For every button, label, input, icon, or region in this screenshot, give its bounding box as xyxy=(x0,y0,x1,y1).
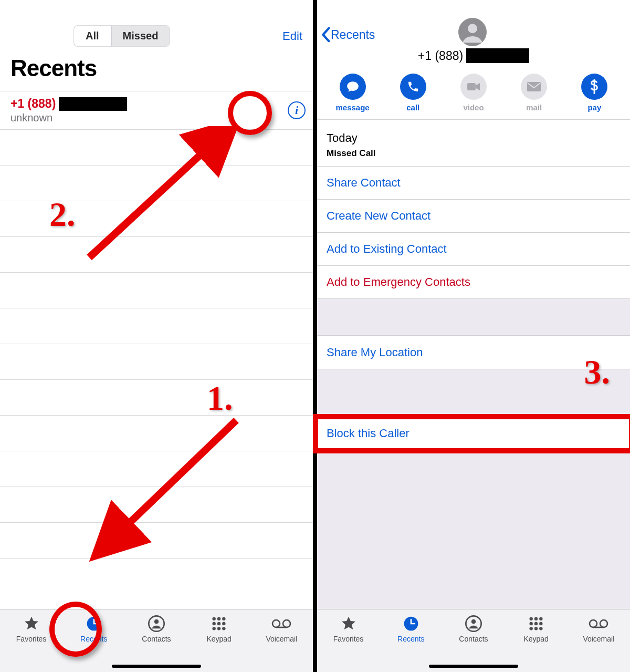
action-label: mail xyxy=(526,103,542,112)
toolbar: All Missed Edit xyxy=(0,0,313,52)
contact-icon xyxy=(465,615,482,633)
page-title: Recents xyxy=(0,52,313,91)
action-pay[interactable]: pay xyxy=(571,74,618,112)
phone-prefix: +1 (888) xyxy=(418,49,463,63)
svg-point-5 xyxy=(213,617,216,620)
svg-point-26 xyxy=(539,617,542,620)
action-message[interactable]: message xyxy=(329,74,376,112)
video-icon xyxy=(460,74,487,100)
tab-voicemail[interactable]: Voicemail xyxy=(572,615,625,643)
svg-point-28 xyxy=(534,622,538,625)
message-icon xyxy=(340,74,366,100)
screenshot-divider xyxy=(313,0,317,672)
action-label: pay xyxy=(587,103,601,112)
tab-label: Voicemail xyxy=(266,635,297,643)
tab-label: Recents xyxy=(397,635,424,643)
contact-actions: message call video mail pay xyxy=(317,70,630,120)
svg-point-18 xyxy=(468,24,477,33)
segment-control: All Missed xyxy=(74,25,170,47)
segment-missed[interactable]: Missed xyxy=(111,26,170,46)
action-call[interactable]: call xyxy=(390,74,437,112)
opt-add-existing-contact[interactable]: Add to Existing Contact xyxy=(317,233,630,266)
edit-button[interactable]: Edit xyxy=(282,29,302,43)
tab-label: Voicemail xyxy=(583,635,614,643)
segment-all[interactable]: All xyxy=(74,26,111,46)
action-label: video xyxy=(463,103,484,112)
phone-icon xyxy=(400,74,426,100)
recent-call-row[interactable]: +1 (888) unknown i xyxy=(0,91,313,130)
opt-add-emergency-contacts[interactable]: Add to Emergency Contacts xyxy=(317,266,630,299)
tab-bar: Favorites Recents Contacts Keypad Voicem… xyxy=(317,609,630,672)
svg-rect-20 xyxy=(527,82,541,91)
tab-recents[interactable]: Recents xyxy=(385,615,437,643)
empty-list xyxy=(0,130,313,559)
recent-call-source: unknown xyxy=(10,112,288,124)
phone-right: Recents +1 (888) message call video xyxy=(317,0,630,672)
action-label: call xyxy=(406,103,419,112)
back-label: Recents xyxy=(331,28,375,42)
today-section: Today Missed Call xyxy=(317,120,630,167)
today-heading: Today xyxy=(317,120,630,148)
tab-contacts[interactable]: Contacts xyxy=(130,615,183,643)
svg-point-14 xyxy=(272,620,280,627)
svg-point-12 xyxy=(217,627,220,630)
svg-point-31 xyxy=(534,627,538,630)
tab-label: Keypad xyxy=(206,635,231,643)
svg-point-6 xyxy=(217,617,220,620)
contact-options-list: Share Contact Create New Contact Add to … xyxy=(317,167,630,299)
tab-label: Favorites xyxy=(16,635,47,643)
back-button[interactable]: Recents xyxy=(321,27,375,42)
tab-recents[interactable]: Recents xyxy=(68,615,120,643)
redacted-number xyxy=(59,97,127,111)
nav-bar: Recents xyxy=(317,0,630,47)
contact-phone-number: +1 (888) xyxy=(317,47,630,70)
phone-left: All Missed Edit Recents +1 (888) unknown… xyxy=(0,0,313,672)
tab-favorites[interactable]: Favorites xyxy=(5,615,58,643)
info-button[interactable]: i xyxy=(288,101,306,119)
svg-point-32 xyxy=(539,627,542,630)
section-gap xyxy=(317,299,630,336)
svg-rect-19 xyxy=(467,83,476,90)
svg-point-27 xyxy=(530,622,533,625)
contact-avatar[interactable] xyxy=(458,18,487,48)
action-video: video xyxy=(450,74,497,112)
star-icon xyxy=(340,615,357,633)
recent-call-text: +1 (888) unknown xyxy=(10,97,288,124)
svg-point-30 xyxy=(530,627,533,630)
tab-label: Recents xyxy=(80,635,107,643)
tab-label: Contacts xyxy=(459,635,488,643)
action-mail: mail xyxy=(510,74,558,112)
opt-share-my-location[interactable]: Share My Location xyxy=(317,336,630,369)
keypad-icon xyxy=(211,615,227,633)
tab-contacts[interactable]: Contacts xyxy=(447,615,500,643)
svg-point-25 xyxy=(534,617,538,620)
opt-share-contact[interactable]: Share Contact xyxy=(317,167,630,200)
star-icon xyxy=(23,615,40,633)
svg-point-8 xyxy=(213,622,216,625)
clock-icon xyxy=(403,615,419,633)
clock-icon xyxy=(86,615,102,633)
opt-block-this-caller[interactable]: Block this Caller xyxy=(317,417,630,450)
home-indicator[interactable] xyxy=(429,665,518,668)
svg-point-29 xyxy=(539,622,542,625)
redacted-number xyxy=(466,48,529,63)
recent-call-number: +1 (888) xyxy=(10,97,288,111)
tab-label: Keypad xyxy=(523,635,548,643)
svg-point-33 xyxy=(590,620,597,627)
tab-label: Favorites xyxy=(333,635,364,643)
svg-point-13 xyxy=(222,627,225,630)
svg-point-4 xyxy=(154,619,159,624)
tab-keypad[interactable]: Keypad xyxy=(193,615,245,643)
contact-icon xyxy=(148,615,165,633)
keypad-icon xyxy=(528,615,544,633)
tab-label: Contacts xyxy=(142,635,171,643)
svg-point-9 xyxy=(217,622,220,625)
tab-keypad[interactable]: Keypad xyxy=(510,615,562,643)
tab-favorites[interactable]: Favorites xyxy=(322,615,375,643)
home-indicator[interactable] xyxy=(112,665,201,668)
opt-create-new-contact[interactable]: Create New Contact xyxy=(317,200,630,233)
tab-bar: Favorites Recents Contacts Keypad xyxy=(0,609,313,672)
chevron-left-icon xyxy=(321,27,331,42)
svg-point-11 xyxy=(213,627,216,630)
tab-voicemail[interactable]: Voicemail xyxy=(255,615,308,643)
